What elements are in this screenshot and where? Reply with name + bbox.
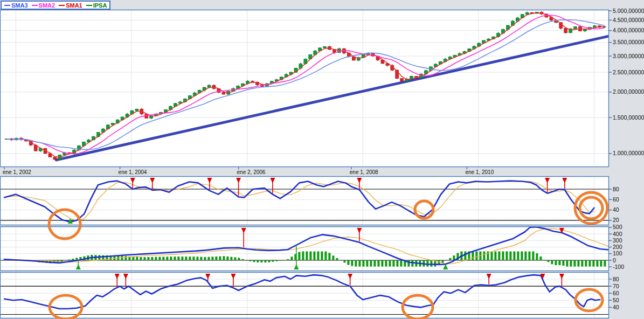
legend-item-sma2[interactable]: SMA2	[32, 2, 56, 9]
histogram-bar	[151, 257, 153, 260]
histogram-bar	[185, 256, 187, 260]
histogram-bar	[241, 259, 244, 260]
axis-label: 1.000,00000	[613, 150, 644, 156]
histogram-bar	[551, 260, 553, 264]
legend-item-ipsa[interactable]: IPSA	[86, 2, 107, 9]
histogram-bar	[72, 259, 74, 260]
legend-bar: SMA3SMA2SMA1IPSA	[1, 1, 110, 10]
histogram-bar	[366, 260, 368, 267]
histogram-bar	[226, 256, 228, 260]
histogram-bar	[166, 256, 168, 260]
histogram-bar	[290, 256, 293, 260]
histogram-bar	[147, 257, 149, 260]
histogram-bar	[257, 260, 259, 262]
candle-body	[583, 30, 586, 31]
histogram-bar	[351, 260, 353, 266]
histogram-bar	[396, 260, 398, 267]
axis-label: 500	[613, 224, 622, 230]
histogram-bar	[389, 260, 391, 267]
histogram-bar	[521, 252, 523, 260]
histogram-bar	[505, 252, 508, 260]
histogram-bar	[581, 260, 583, 267]
histogram-bar	[498, 252, 500, 260]
histogram-bar	[555, 260, 557, 265]
axis-label: 3.500,00000	[613, 39, 644, 45]
axis-label: 0	[613, 257, 616, 263]
histogram-bar	[234, 257, 236, 260]
histogram-bar	[230, 257, 232, 260]
histogram-bar	[219, 256, 221, 260]
histogram-bar	[272, 260, 274, 262]
histogram-bar	[253, 260, 255, 262]
axis-label: 400	[613, 231, 622, 237]
histogram-bar	[192, 256, 195, 260]
axis-label: 300	[613, 237, 622, 244]
histogram-bar	[207, 257, 210, 260]
histogram-bar	[249, 260, 251, 261]
axis-label: 40	[613, 304, 619, 310]
histogram-bar	[317, 252, 319, 260]
histogram-bar	[196, 256, 198, 260]
histogram-bar	[600, 260, 602, 267]
axis-label: 1.500,00000	[613, 114, 644, 121]
candle-body	[53, 157, 57, 160]
axis-label: 2.000,00000	[613, 88, 644, 95]
legend-item-label: IPSA	[93, 2, 107, 9]
candle-body	[135, 109, 139, 110]
histogram-bar	[309, 252, 311, 260]
legend-line-icon	[4, 5, 10, 6]
histogram-bar	[211, 256, 213, 260]
legend-item-sma1[interactable]: SMA1	[59, 2, 82, 9]
histogram-bar	[426, 260, 428, 267]
histogram-bar	[170, 256, 172, 260]
legend-item-label: SMA1	[66, 2, 82, 9]
stochastic-panel: 80604020	[1, 177, 619, 225]
histogram-bar	[543, 260, 545, 260]
axis-label: 4.500,00000	[613, 17, 644, 23]
histogram-bar	[536, 253, 538, 260]
histogram-bar	[347, 260, 349, 265]
date-axis: ene 1, 2002ene 1, 2004ene 2, 2006ene 1, …	[3, 167, 494, 175]
histogram-bar	[400, 260, 402, 267]
histogram-bar	[513, 252, 515, 260]
histogram-bar	[268, 260, 270, 262]
candle-body	[574, 26, 577, 29]
histogram-bar	[532, 252, 534, 260]
histogram-bar	[162, 256, 164, 260]
histogram-bar	[604, 260, 606, 267]
histogram-bar	[509, 252, 511, 260]
histogram-bar	[385, 260, 387, 267]
price-panel: 5.000,000004.500,000004.000,000003.500,0…	[1, 8, 644, 167]
histogram-bar	[174, 256, 176, 260]
histogram-bar	[539, 256, 542, 260]
histogram-bar	[528, 252, 530, 260]
candle-body	[400, 79, 404, 81]
legend-item-sma3[interactable]: SMA3	[4, 2, 28, 9]
histogram-bar	[562, 260, 564, 266]
histogram-bar	[140, 257, 142, 260]
legend-item-label: SMA2	[39, 2, 56, 9]
histogram-bar	[343, 260, 345, 262]
histogram-bar	[430, 260, 432, 267]
histogram-bar	[328, 253, 330, 260]
histogram-bar	[124, 256, 127, 260]
histogram-bar	[524, 252, 527, 260]
candle-body	[222, 93, 225, 94]
axis-label: 80	[613, 186, 619, 192]
histogram-bar	[336, 258, 338, 260]
histogram-bar	[377, 260, 379, 267]
rsi-panel: 8070605040	[1, 273, 619, 318]
histogram-bar	[143, 257, 146, 260]
histogram-bar	[298, 252, 300, 260]
candle-body	[564, 29, 567, 33]
histogram-bar	[381, 260, 383, 267]
histogram-bar	[313, 252, 315, 260]
histogram-bar	[585, 260, 587, 267]
date-axis-label: ene 1, 2002	[3, 169, 31, 175]
histogram-bar	[264, 260, 266, 262]
histogram-bar	[155, 257, 157, 260]
momentum-panel: 5004003002001000-100	[1, 224, 625, 271]
axis-label: 70	[613, 283, 619, 289]
axis-label: 80	[613, 276, 619, 282]
histogram-bar	[570, 260, 572, 267]
